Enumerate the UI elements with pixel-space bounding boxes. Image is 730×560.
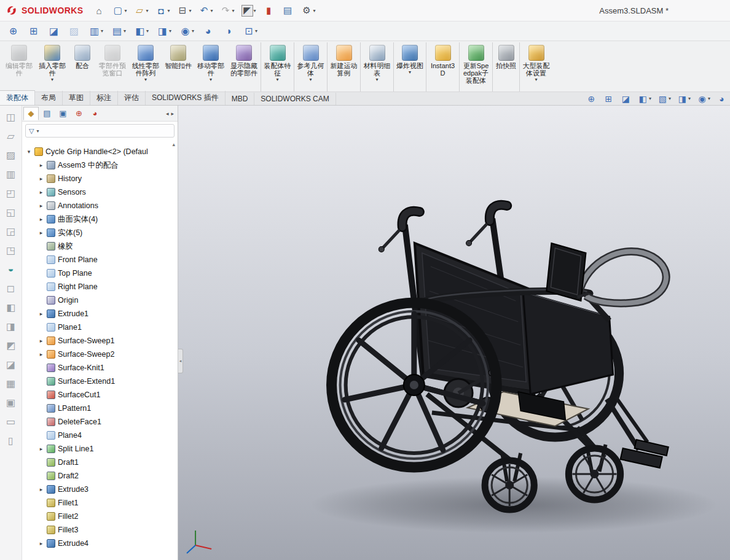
headsup-icon[interactable]: ◪ xyxy=(618,92,634,105)
caret-icon[interactable]: ▾ xyxy=(649,96,651,101)
headsup-icon[interactable]: ◨ ▾ xyxy=(675,92,693,105)
command-tab[interactable]: 标注 xyxy=(90,91,118,105)
headsup-icon[interactable]: ◕ xyxy=(714,92,730,105)
quickbar-icon[interactable]: ◕ xyxy=(200,24,217,38)
left-strip-tool-icon[interactable]: ◫ xyxy=(5,111,17,123)
expand-arrow-icon[interactable]: ▸ xyxy=(38,189,44,195)
left-strip-tool-icon[interactable]: ◳ xyxy=(5,244,17,256)
tree-item[interactable]: Surface-Knit1 xyxy=(22,361,178,375)
caret-icon[interactable]: ▾ xyxy=(124,8,127,14)
left-strip-tool-icon[interactable]: ▱ xyxy=(5,130,17,142)
tree-item[interactable]: SurfaceCut1 xyxy=(22,388,178,402)
ribbon-button[interactable]: 材料明细表 ▾ xyxy=(360,42,393,91)
expand-arrow-icon[interactable]: ▸ xyxy=(38,203,44,209)
left-strip-tool-icon[interactable]: ◱ xyxy=(5,206,17,218)
quickbar-icon[interactable]: ⊞ xyxy=(25,24,42,38)
left-strip-tool-icon[interactable]: ▨ xyxy=(5,149,17,161)
ribbon-button[interactable]: 显示隐藏的零部件 xyxy=(227,42,261,91)
tree-item[interactable]: ▸ Extrude1 xyxy=(22,307,178,321)
caret-icon[interactable]: ▾ xyxy=(192,28,194,34)
tree-item[interactable]: ▸ Extrude3 xyxy=(22,483,178,496)
tree-item[interactable]: ▸ Extrude4 xyxy=(22,537,178,550)
caret-icon[interactable]: ▾ xyxy=(189,8,192,14)
quickbar-icon[interactable]: ◑ xyxy=(220,24,237,38)
tree-item[interactable]: ▸ 曲面实体(4) xyxy=(22,212,178,226)
tree-item[interactable]: DeleteFace1 xyxy=(22,415,178,429)
caret-icon[interactable]: ▾ xyxy=(276,77,278,83)
wheelchair-model[interactable] xyxy=(178,106,730,560)
headsup-icon[interactable]: ◧ ▾ xyxy=(635,92,654,105)
caret-icon[interactable]: ▾ xyxy=(375,77,378,83)
ribbon-button[interactable]: 智能扣件 xyxy=(162,42,194,91)
titlebar-icon[interactable]: ⊟ ▾ xyxy=(175,4,194,18)
titlebar-icon[interactable]: ⌂ xyxy=(90,4,108,18)
ribbon-button[interactable]: 参考几何体 ▾ xyxy=(294,42,327,91)
tree-item[interactable]: Top Plane xyxy=(22,266,178,280)
headsup-icon[interactable]: ▧ ▾ xyxy=(655,92,673,105)
left-strip-tool-icon[interactable]: ◪ xyxy=(5,358,17,370)
left-strip-tool-icon[interactable]: ◨ xyxy=(5,320,17,332)
panel-tab-scroll-right-icon[interactable]: ▸ xyxy=(171,111,174,117)
tree-item[interactable]: ▸ Surface-Sweep1 xyxy=(22,334,178,348)
command-tab[interactable]: 评估 xyxy=(118,91,146,105)
left-strip-tool-icon[interactable]: ◲ xyxy=(5,225,17,237)
caret-icon[interactable]: ▾ xyxy=(146,8,148,14)
titlebar-icon[interactable]: ⚙ ▾ xyxy=(299,4,318,18)
command-tab[interactable]: SOLIDWORKS 插件 xyxy=(146,91,226,105)
expand-arrow-icon[interactable]: ▸ xyxy=(38,540,44,546)
quickbar-icon[interactable]: ◉ ▾ xyxy=(177,24,197,38)
ribbon-button[interactable]: 配合 xyxy=(69,42,96,91)
command-tab[interactable]: 草图 xyxy=(63,91,90,105)
caret-icon[interactable]: ▾ xyxy=(688,96,691,101)
left-strip-tool-icon[interactable]: ◻ xyxy=(5,282,17,294)
tree-item[interactable]: Surface-Extend1 xyxy=(22,375,178,388)
tree-item[interactable]: ▸ Sensors xyxy=(22,185,178,199)
ribbon-button[interactable]: 零部件预览窗口 xyxy=(96,42,129,91)
caret-icon[interactable]: ▾ xyxy=(309,77,312,83)
panel-splitter-handle[interactable]: ◂ xyxy=(178,349,183,373)
left-strip-tool-icon[interactable]: ▣ xyxy=(5,396,17,408)
caret-icon[interactable]: ▾ xyxy=(669,96,671,101)
tree-filter-input[interactable]: ▽ ▾ xyxy=(25,124,175,138)
quickbar-icon[interactable]: ◨ ▾ xyxy=(154,24,174,38)
caret-icon[interactable]: ▾ xyxy=(211,8,213,14)
caret-icon[interactable]: ▾ xyxy=(313,8,316,14)
caret-icon[interactable]: ▾ xyxy=(409,69,411,76)
ribbon-button[interactable]: 爆炸视图 ▾ xyxy=(393,42,426,91)
tree-item[interactable]: Plane1 xyxy=(22,321,178,334)
tree-item[interactable]: 橡胶 xyxy=(22,239,178,253)
headsup-icon[interactable]: ⊞ xyxy=(601,92,617,105)
command-tab[interactable]: MBD xyxy=(226,93,255,105)
command-tab[interactable]: 装配体 xyxy=(0,90,35,105)
ribbon-button[interactable]: 大型装配体设置 ▾ xyxy=(519,42,552,91)
tree-item[interactable]: Plane4 xyxy=(22,429,178,442)
tree-item[interactable]: Fillet2 xyxy=(22,510,178,523)
quickbar-icon[interactable]: ▨ xyxy=(66,24,83,38)
titlebar-icon[interactable]: ▤ xyxy=(280,4,297,18)
quickbar-icon[interactable]: ◧ ▾ xyxy=(131,24,151,38)
panel-tab[interactable]: ◆ xyxy=(23,107,39,120)
ribbon-button[interactable]: Instant3D xyxy=(426,42,459,91)
graphics-viewport[interactable]: ◂ xyxy=(178,106,730,560)
panel-tab[interactable]: ▣ xyxy=(55,107,71,120)
caret-icon[interactable]: ▾ xyxy=(51,77,53,83)
caret-icon[interactable]: ▾ xyxy=(255,28,257,34)
tree-item[interactable]: ▸ History xyxy=(22,172,178,185)
panel-tab[interactable]: ⊕ xyxy=(71,107,87,120)
tree-item[interactable]: Draft1 xyxy=(22,456,178,469)
expand-arrow-icon[interactable]: ▸ xyxy=(38,351,44,357)
titlebar-icon[interactable]: ↶ ▾ xyxy=(196,4,216,18)
caret-icon[interactable]: ▾ xyxy=(144,77,147,83)
ribbon-button[interactable]: 编辑零部件 xyxy=(2,42,36,91)
tree-item[interactable]: ▸ Split Line1 xyxy=(22,442,178,456)
tablet-panel[interactable] xyxy=(546,243,588,301)
tree-item[interactable]: Fillet1 xyxy=(22,496,178,510)
tree-item[interactable]: ▾ Cycle Grip Handle<2> (Defaul xyxy=(22,145,178,158)
tree-scroll-up-icon[interactable]: ▴ xyxy=(172,141,175,147)
ribbon-button[interactable]: 插入零部件 ▾ xyxy=(36,42,69,91)
panel-tab-scroll-left-icon[interactable]: ◂ xyxy=(166,111,169,117)
expand-arrow-icon[interactable]: ▾ xyxy=(26,149,32,155)
titlebar-icon[interactable]: ↷ ▾ xyxy=(218,4,237,18)
caret-icon[interactable]: ▾ xyxy=(708,96,710,101)
titlebar-icon[interactable]: ◘ ▾ xyxy=(152,4,172,18)
